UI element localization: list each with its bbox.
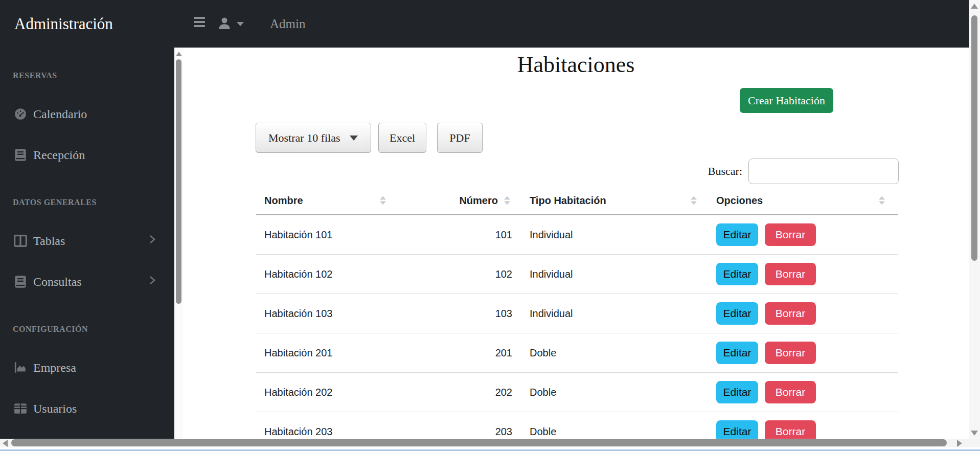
edit-button[interactable]: Editar (716, 381, 758, 403)
select-caret-icon (350, 136, 358, 141)
brand-title[interactable]: Administración (14, 0, 113, 48)
tachometer-icon (14, 107, 27, 121)
user-icon (217, 15, 232, 33)
main-content: Habitaciones Crear Habitación Mostrar 10… (183, 48, 969, 439)
table-cells-icon (14, 402, 27, 415)
delete-button[interactable]: Borrar (765, 342, 816, 364)
scroll-right-arrow[interactable] (957, 440, 962, 447)
sort-icon (504, 196, 510, 205)
sidebar: RESERVAS Calendario Recepción DATOS GENE… (0, 48, 174, 439)
export-pdf-button[interactable]: PDF (437, 123, 483, 153)
column-header-numero[interactable]: Número (390, 187, 515, 214)
horizontal-scrollbar-thumb[interactable] (11, 439, 947, 446)
nav-admin-link[interactable]: Admin (270, 0, 305, 48)
table-row: Habitación 203 203 Doble Editar Borrar (256, 412, 898, 439)
cell-tipo: Individual (515, 268, 708, 280)
edit-button[interactable]: Editar (716, 223, 758, 246)
delete-button[interactable]: Borrar (765, 420, 816, 439)
menu-toggle-button[interactable] (194, 17, 206, 30)
section-label: CONFIGURACIÓN (13, 325, 174, 337)
sidebar-scrollbar-thumb[interactable] (176, 59, 181, 304)
horizontal-scrollbar[interactable] (0, 439, 969, 447)
cell-nombre: Habitación 201 (256, 347, 390, 359)
table-row: Habitación 201 201 Doble Editar Borrar (256, 333, 898, 373)
cell-nombre: Habitación 103 (256, 308, 390, 320)
sidebar-section-configuracion: CONFIGURACIÓN Empresa Usuarios (0, 325, 174, 429)
search-input[interactable] (748, 159, 899, 184)
book-icon (14, 148, 27, 162)
edit-button[interactable]: Editar (716, 302, 758, 325)
section-label: RESERVAS (13, 71, 174, 83)
cell-nombre: Habitación 203 (256, 426, 390, 438)
rooms-table: Nombre Número Tipo Habitación Opciones H… (256, 187, 898, 439)
cell-tipo: Individual (515, 229, 708, 241)
vertical-scrollbar[interactable] (969, 0, 980, 447)
cell-opciones: Editar Borrar (708, 420, 898, 439)
table-row: Habitación 102 102 Individual Editar Bor… (256, 255, 898, 294)
table-row: Habitación 101 101 Individual Editar Bor… (256, 215, 898, 255)
sidebar-item-label: Empresa (33, 361, 76, 375)
cell-tipo: Individual (515, 308, 708, 320)
delete-button[interactable]: Borrar (765, 302, 816, 325)
search-bar: Buscar: (708, 159, 899, 184)
scroll-left-arrow[interactable] (3, 440, 8, 447)
rows-per-page-select[interactable]: Mostrar 10 filas (256, 123, 371, 153)
sidebar-item-consultas[interactable]: Consultas (0, 261, 174, 302)
top-navbar: Administración Admin (0, 0, 969, 48)
book-icon (14, 275, 27, 288)
scrollbar-corner (969, 439, 980, 447)
vertical-scrollbar-thumb[interactable] (971, 15, 977, 261)
delete-button[interactable]: Borrar (765, 263, 816, 285)
table-columns-icon (14, 234, 27, 247)
edit-button[interactable]: Editar (716, 342, 758, 364)
cell-tipo: Doble (515, 387, 708, 398)
sort-icon (380, 196, 386, 205)
search-label: Buscar: (708, 165, 742, 178)
cell-numero: 102 (390, 268, 515, 280)
delete-button[interactable]: Borrar (765, 381, 816, 403)
edit-button[interactable]: Editar (716, 420, 758, 439)
caret-down-icon (237, 22, 244, 26)
scroll-down-arrow[interactable] (971, 431, 978, 436)
cell-tipo: Doble (515, 347, 708, 359)
column-header-opciones[interactable]: Opciones (708, 187, 898, 214)
sidebar-item-label: Calendario (33, 107, 87, 121)
sidebar-item-calendario[interactable]: Calendario (0, 94, 174, 134)
sidebar-item-label: Consultas (33, 275, 82, 289)
chevron-right-icon (148, 234, 157, 248)
page-title: Habitaciones (183, 52, 969, 78)
sidebar-scrollbar[interactable] (174, 48, 183, 439)
table-row: Habitación 103 103 Individual Editar Bor… (256, 294, 898, 333)
sidebar-item-recepcion[interactable]: Recepción (0, 134, 174, 175)
cell-numero: 103 (390, 308, 515, 320)
cell-opciones: Editar Borrar (708, 381, 898, 403)
table-row: Habitación 202 202 Doble Editar Borrar (256, 373, 898, 412)
cell-numero: 202 (390, 387, 515, 398)
sidebar-item-tablas[interactable]: Tablas (0, 220, 174, 261)
table-toolbar: Mostrar 10 filas Excel PDF (256, 123, 483, 153)
scroll-up-arrow[interactable] (971, 4, 978, 9)
scroll-up-arrow[interactable] (176, 52, 182, 56)
export-excel-button[interactable]: Excel (378, 123, 426, 153)
chart-area-icon (14, 361, 27, 374)
create-room-button[interactable]: Crear Habitación (740, 88, 833, 113)
cell-opciones: Editar Borrar (708, 302, 898, 325)
sidebar-item-empresa[interactable]: Empresa (0, 347, 174, 388)
cell-opciones: Editar Borrar (708, 223, 898, 246)
cell-numero: 203 (390, 426, 515, 438)
cell-nombre: Habitación 202 (256, 387, 390, 398)
sidebar-item-usuarios[interactable]: Usuarios (0, 388, 174, 429)
cell-opciones: Editar Borrar (708, 342, 898, 364)
column-header-nombre[interactable]: Nombre (256, 187, 390, 214)
column-header-tipo-habitacion[interactable]: Tipo Habitación (515, 187, 708, 214)
cell-tipo: Doble (515, 426, 708, 438)
user-menu-button[interactable] (217, 13, 249, 35)
sidebar-section-datos-generales: DATOS GENERALES Tablas Consultas (0, 198, 174, 302)
sort-icon (879, 196, 885, 205)
delete-button[interactable]: Borrar (765, 223, 816, 246)
chevron-right-icon (148, 275, 157, 289)
sidebar-item-label: Recepción (33, 148, 85, 162)
cell-opciones: Editar Borrar (708, 263, 898, 285)
cell-nombre: Habitación 102 (256, 268, 390, 280)
edit-button[interactable]: Editar (716, 263, 758, 285)
